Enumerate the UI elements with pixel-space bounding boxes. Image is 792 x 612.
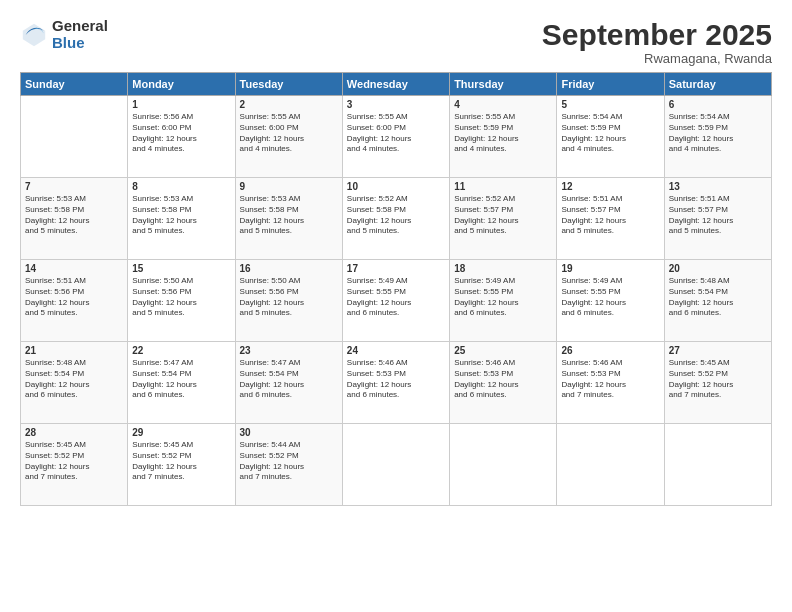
calendar-cell: 12Sunrise: 5:51 AMSunset: 5:57 PMDayligh… <box>557 178 664 260</box>
day-number: 8 <box>132 181 230 192</box>
day-number: 16 <box>240 263 338 274</box>
day-number: 23 <box>240 345 338 356</box>
cell-details: Sunrise: 5:56 AMSunset: 6:00 PMDaylight:… <box>132 112 230 155</box>
cell-details: Sunrise: 5:51 AMSunset: 5:57 PMDaylight:… <box>669 194 767 237</box>
calendar-cell: 5Sunrise: 5:54 AMSunset: 5:59 PMDaylight… <box>557 96 664 178</box>
day-header-saturday: Saturday <box>664 73 771 96</box>
day-number: 28 <box>25 427 123 438</box>
week-row-3: 21Sunrise: 5:48 AMSunset: 5:54 PMDayligh… <box>21 342 772 424</box>
calendar-cell: 24Sunrise: 5:46 AMSunset: 5:53 PMDayligh… <box>342 342 449 424</box>
cell-details: Sunrise: 5:51 AMSunset: 5:57 PMDaylight:… <box>561 194 659 237</box>
calendar-cell: 17Sunrise: 5:49 AMSunset: 5:55 PMDayligh… <box>342 260 449 342</box>
cell-details: Sunrise: 5:45 AMSunset: 5:52 PMDaylight:… <box>669 358 767 401</box>
week-row-0: 1Sunrise: 5:56 AMSunset: 6:00 PMDaylight… <box>21 96 772 178</box>
cell-details: Sunrise: 5:46 AMSunset: 5:53 PMDaylight:… <box>561 358 659 401</box>
cell-details: Sunrise: 5:48 AMSunset: 5:54 PMDaylight:… <box>669 276 767 319</box>
cell-details: Sunrise: 5:46 AMSunset: 5:53 PMDaylight:… <box>454 358 552 401</box>
cell-details: Sunrise: 5:53 AMSunset: 5:58 PMDaylight:… <box>240 194 338 237</box>
day-number: 21 <box>25 345 123 356</box>
day-header-friday: Friday <box>557 73 664 96</box>
day-header-monday: Monday <box>128 73 235 96</box>
cell-details: Sunrise: 5:50 AMSunset: 5:56 PMDaylight:… <box>240 276 338 319</box>
calendar-cell: 30Sunrise: 5:44 AMSunset: 5:52 PMDayligh… <box>235 424 342 506</box>
svg-marker-0 <box>23 23 45 45</box>
cell-details: Sunrise: 5:47 AMSunset: 5:54 PMDaylight:… <box>132 358 230 401</box>
calendar-cell: 26Sunrise: 5:46 AMSunset: 5:53 PMDayligh… <box>557 342 664 424</box>
day-number: 7 <box>25 181 123 192</box>
month-title: September 2025 <box>542 18 772 51</box>
cell-details: Sunrise: 5:54 AMSunset: 5:59 PMDaylight:… <box>669 112 767 155</box>
cell-details: Sunrise: 5:46 AMSunset: 5:53 PMDaylight:… <box>347 358 445 401</box>
calendar-cell <box>664 424 771 506</box>
calendar-cell: 8Sunrise: 5:53 AMSunset: 5:58 PMDaylight… <box>128 178 235 260</box>
calendar-cell: 29Sunrise: 5:45 AMSunset: 5:52 PMDayligh… <box>128 424 235 506</box>
day-number: 26 <box>561 345 659 356</box>
calendar-cell: 14Sunrise: 5:51 AMSunset: 5:56 PMDayligh… <box>21 260 128 342</box>
week-row-2: 14Sunrise: 5:51 AMSunset: 5:56 PMDayligh… <box>21 260 772 342</box>
cell-details: Sunrise: 5:53 AMSunset: 5:58 PMDaylight:… <box>25 194 123 237</box>
day-number: 29 <box>132 427 230 438</box>
logo-blue: Blue <box>52 35 108 52</box>
day-number: 4 <box>454 99 552 110</box>
logo-general: General <box>52 18 108 35</box>
cell-details: Sunrise: 5:47 AMSunset: 5:54 PMDaylight:… <box>240 358 338 401</box>
day-number: 6 <box>669 99 767 110</box>
day-number: 15 <box>132 263 230 274</box>
calendar-cell: 1Sunrise: 5:56 AMSunset: 6:00 PMDaylight… <box>128 96 235 178</box>
day-header-tuesday: Tuesday <box>235 73 342 96</box>
calendar-cell: 4Sunrise: 5:55 AMSunset: 5:59 PMDaylight… <box>450 96 557 178</box>
calendar-cell <box>342 424 449 506</box>
calendar-cell: 18Sunrise: 5:49 AMSunset: 5:55 PMDayligh… <box>450 260 557 342</box>
calendar-cell: 16Sunrise: 5:50 AMSunset: 5:56 PMDayligh… <box>235 260 342 342</box>
day-header-sunday: Sunday <box>21 73 128 96</box>
calendar-cell: 15Sunrise: 5:50 AMSunset: 5:56 PMDayligh… <box>128 260 235 342</box>
calendar-cell: 19Sunrise: 5:49 AMSunset: 5:55 PMDayligh… <box>557 260 664 342</box>
calendar-cell: 28Sunrise: 5:45 AMSunset: 5:52 PMDayligh… <box>21 424 128 506</box>
calendar-cell <box>557 424 664 506</box>
cell-details: Sunrise: 5:52 AMSunset: 5:57 PMDaylight:… <box>454 194 552 237</box>
cell-details: Sunrise: 5:45 AMSunset: 5:52 PMDaylight:… <box>25 440 123 483</box>
cell-details: Sunrise: 5:54 AMSunset: 5:59 PMDaylight:… <box>561 112 659 155</box>
location-subtitle: Rwamagana, Rwanda <box>542 51 772 66</box>
calendar-cell: 6Sunrise: 5:54 AMSunset: 5:59 PMDaylight… <box>664 96 771 178</box>
cell-details: Sunrise: 5:49 AMSunset: 5:55 PMDaylight:… <box>347 276 445 319</box>
day-number: 11 <box>454 181 552 192</box>
cell-details: Sunrise: 5:55 AMSunset: 5:59 PMDaylight:… <box>454 112 552 155</box>
day-number: 20 <box>669 263 767 274</box>
cell-details: Sunrise: 5:50 AMSunset: 5:56 PMDaylight:… <box>132 276 230 319</box>
logo: General Blue <box>20 18 108 51</box>
title-block: September 2025 Rwamagana, Rwanda <box>542 18 772 66</box>
week-row-1: 7Sunrise: 5:53 AMSunset: 5:58 PMDaylight… <box>21 178 772 260</box>
calendar-cell: 21Sunrise: 5:48 AMSunset: 5:54 PMDayligh… <box>21 342 128 424</box>
day-number: 19 <box>561 263 659 274</box>
page: General Blue September 2025 Rwamagana, R… <box>0 0 792 612</box>
cell-details: Sunrise: 5:52 AMSunset: 5:58 PMDaylight:… <box>347 194 445 237</box>
day-number: 22 <box>132 345 230 356</box>
cell-details: Sunrise: 5:48 AMSunset: 5:54 PMDaylight:… <box>25 358 123 401</box>
calendar-cell: 9Sunrise: 5:53 AMSunset: 5:58 PMDaylight… <box>235 178 342 260</box>
day-header-wednesday: Wednesday <box>342 73 449 96</box>
cell-details: Sunrise: 5:49 AMSunset: 5:55 PMDaylight:… <box>454 276 552 319</box>
calendar-cell: 13Sunrise: 5:51 AMSunset: 5:57 PMDayligh… <box>664 178 771 260</box>
cell-details: Sunrise: 5:44 AMSunset: 5:52 PMDaylight:… <box>240 440 338 483</box>
calendar-cell <box>450 424 557 506</box>
week-row-4: 28Sunrise: 5:45 AMSunset: 5:52 PMDayligh… <box>21 424 772 506</box>
calendar-cell: 2Sunrise: 5:55 AMSunset: 6:00 PMDaylight… <box>235 96 342 178</box>
day-number: 5 <box>561 99 659 110</box>
header-row-days: SundayMondayTuesdayWednesdayThursdayFrid… <box>21 73 772 96</box>
day-header-thursday: Thursday <box>450 73 557 96</box>
day-number: 14 <box>25 263 123 274</box>
day-number: 10 <box>347 181 445 192</box>
header-row: General Blue September 2025 Rwamagana, R… <box>20 18 772 66</box>
day-number: 13 <box>669 181 767 192</box>
day-number: 12 <box>561 181 659 192</box>
logo-icon <box>20 21 48 49</box>
day-number: 1 <box>132 99 230 110</box>
calendar-cell: 3Sunrise: 5:55 AMSunset: 6:00 PMDaylight… <box>342 96 449 178</box>
day-number: 9 <box>240 181 338 192</box>
cell-details: Sunrise: 5:51 AMSunset: 5:56 PMDaylight:… <box>25 276 123 319</box>
day-number: 2 <box>240 99 338 110</box>
calendar-cell <box>21 96 128 178</box>
calendar-cell: 25Sunrise: 5:46 AMSunset: 5:53 PMDayligh… <box>450 342 557 424</box>
day-number: 30 <box>240 427 338 438</box>
